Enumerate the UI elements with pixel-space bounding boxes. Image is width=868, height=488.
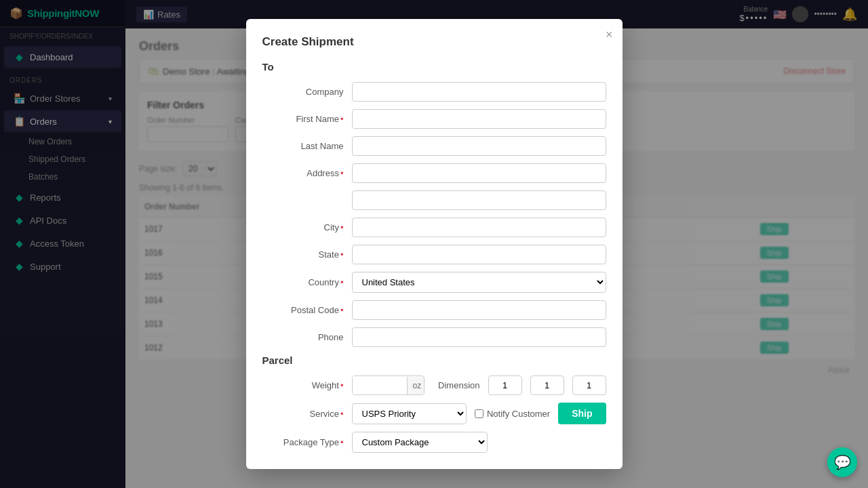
weight-input[interactable] [353,376,407,394]
notify-label: Notify Customer [487,409,550,419]
last-name-input[interactable] [352,136,606,156]
country-label: Country• [262,277,344,287]
dimension-input-3[interactable] [572,375,606,395]
country-select[interactable]: United States Canada United Kingdom Aust… [352,272,606,293]
service-row: Service• USPS Priority USPS First Class … [262,403,606,424]
parcel-section: Parcel Weight• oz Dimension Service• [262,354,606,453]
modal-overlay[interactable]: Create Shipment × To Company First Name•… [0,0,868,488]
ship-action-button[interactable]: Ship [558,403,606,424]
phone-label: Phone [262,332,344,342]
service-label: Service• [262,409,344,419]
company-label: Company [262,87,344,97]
state-input[interactable] [352,245,606,264]
package-row: Package Type• Custom Package USPS Flat R… [262,432,606,453]
package-type-label: Package Type• [262,437,344,447]
first-name-label: First Name• [262,114,344,124]
address-row: Address• [262,163,606,183]
postal-code-row: Postal Code• [262,300,606,320]
phone-input[interactable] [352,327,606,347]
first-name-row: First Name• [262,109,606,129]
state-label: State• [262,249,344,260]
required-dot: • [340,114,344,124]
chat-icon: 💬 [834,454,851,470]
section-parcel-title: Parcel [262,354,606,366]
notify-customer-checkbox[interactable] [475,409,484,418]
postal-code-input[interactable] [352,300,606,320]
chat-button[interactable]: 💬 [827,447,857,477]
create-shipment-modal: Create Shipment × To Company First Name•… [246,19,623,469]
weight-label: Weight• [262,380,344,390]
section-to-title: To [262,61,606,73]
modal-title: Create Shipment [262,35,606,49]
address-label: Address• [262,168,344,178]
dimension-input-1[interactable] [488,375,522,395]
postal-code-label: Postal Code• [262,305,344,315]
modal-close-button[interactable]: × [606,28,613,41]
country-row: Country• United States Canada United Kin… [262,272,606,293]
address-input[interactable] [352,163,606,183]
address-required-dot: • [340,168,344,178]
last-name-label: Last Name [262,141,344,151]
last-name-row: Last Name [262,136,606,156]
state-row: State• [262,245,606,264]
dimension-input-2[interactable] [530,375,564,395]
weight-input-wrap: oz [352,375,425,395]
company-input[interactable] [352,82,606,102]
package-type-select[interactable]: Custom Package USPS Flat Rate Box USPS F… [352,432,488,453]
weight-unit: oz [407,377,425,394]
phone-row: Phone [262,327,606,347]
first-name-input[interactable] [352,109,606,129]
service-select[interactable]: USPS Priority USPS First Class UPS Groun… [352,403,467,424]
city-row: City• [262,218,606,237]
city-input[interactable] [352,218,606,237]
address2-input[interactable] [352,190,606,210]
weight-row: Weight• oz Dimension [262,375,606,395]
company-row: Company [262,82,606,102]
dimension-label: Dimension [438,380,479,390]
city-label: City• [262,222,344,232]
address2-row [262,190,606,210]
notify-wrap: Notify Customer [475,409,550,419]
